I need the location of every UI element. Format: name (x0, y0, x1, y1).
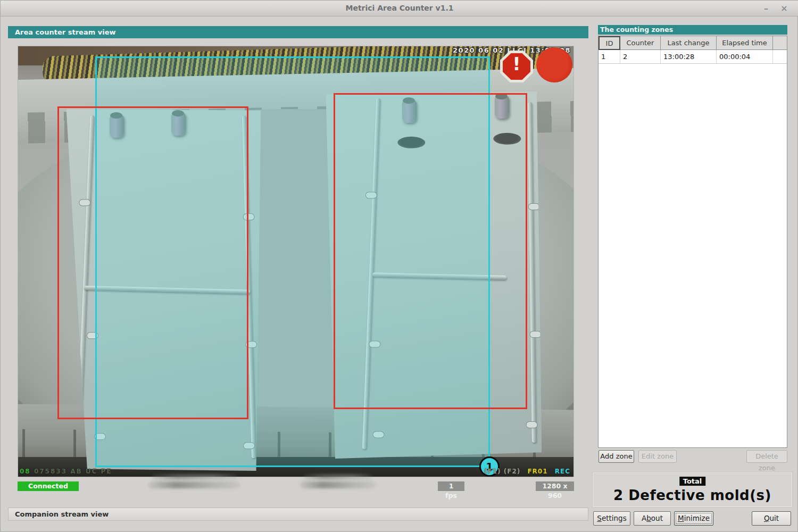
total-defective-count: 2 Defective mold(s) (593, 487, 792, 503)
camera-osd-left: 08 075833 AB UC PE (20, 468, 112, 475)
camera-stream-frame: 1 2020 06 02 LLCI 13:00:28 ! 08 075833 A… (18, 46, 573, 477)
minimize-window-icon[interactable]: – (759, 3, 773, 14)
rail-link (529, 331, 541, 338)
title-bar: Metrici Area Counter v1.1 – × (1, 1, 798, 16)
cell-last-change: 13:00:28 (661, 50, 717, 63)
column-header-id[interactable]: ID (598, 36, 620, 50)
app-window: Metrici Area Counter v1.1 – × Area count… (0, 0, 798, 532)
rail-link (526, 421, 537, 428)
detection-box-right (334, 93, 527, 409)
record-indicator-icon (536, 47, 572, 82)
delete-zone-button[interactable]: Delete zone (746, 450, 787, 463)
resolution-badge: 1280 x 960 (536, 481, 574, 491)
about-button[interactable]: About (634, 511, 671, 526)
stream-view-header: Area counter stream view (8, 26, 588, 38)
redacted-streak (148, 481, 240, 488)
companion-stream-header[interactable]: Companion stream view (8, 508, 588, 521)
column-header-filler (773, 36, 787, 50)
column-header-counter[interactable]: Counter (620, 36, 661, 50)
total-section: Total 2 Defective mold(s) (592, 472, 793, 508)
camera-osd-right: (F1) (F2) FR01 REC (484, 468, 570, 475)
detection-box-left (57, 106, 248, 419)
mold-rail (528, 102, 536, 443)
add-zone-button[interactable]: Add zone (598, 450, 634, 463)
column-header-last-change[interactable]: Last change (661, 36, 717, 50)
window-title: Metrici Area Counter v1.1 (1, 4, 798, 12)
quit-button[interactable]: Quit (752, 511, 791, 526)
redacted-streak (152, 474, 237, 479)
rail-link (528, 203, 540, 210)
settings-button[interactable]: Settings (593, 511, 630, 526)
connection-status-badge: Connected (18, 481, 79, 491)
zones-table-header-row: ID Counter Last change Elapsed time (598, 36, 787, 50)
total-label-badge: Total (679, 477, 706, 486)
edit-zone-button[interactable]: Edit zone (638, 450, 677, 463)
minimize-button[interactable]: Minimize (674, 511, 713, 526)
cell-elapsed-time: 00:00:04 (717, 50, 773, 63)
zone-table-row[interactable]: 1 2 13:00:28 00:00:04 (598, 50, 787, 64)
redacted-streak (300, 481, 376, 488)
column-header-elapsed-time[interactable]: Elapsed time (717, 36, 773, 50)
close-window-icon[interactable]: × (777, 3, 791, 14)
fps-badge: 1 fps (438, 481, 464, 491)
cell-counter: 2 (620, 50, 661, 63)
cell-id: 1 (598, 50, 620, 63)
zones-table: ID Counter Last change Elapsed time 1 2 … (598, 36, 787, 448)
counting-zones-header: The counting zones (598, 25, 787, 35)
redacted-streak (304, 474, 373, 479)
cell-filler (773, 50, 787, 63)
